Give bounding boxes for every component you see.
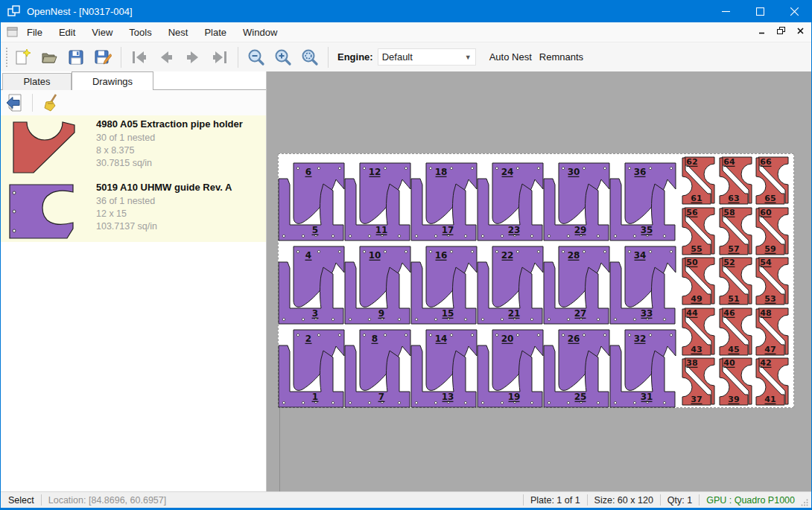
- maximize-button[interactable]: [743, 0, 777, 22]
- remnants-button[interactable]: Remnants: [536, 48, 586, 66]
- part-number: 17: [442, 225, 454, 235]
- purple-part-pair[interactable]: 1615: [410, 246, 479, 325]
- menu-view[interactable]: View: [83, 22, 121, 42]
- go-previous-button[interactable]: [155, 46, 177, 68]
- document-mdi-icon: [7, 27, 19, 37]
- menu-bar: File Edit View Tools Nest Plate Window: [1, 22, 811, 42]
- purple-part-pair[interactable]: 3635: [609, 162, 678, 241]
- title-bar[interactable]: OpenNest - [N0317-004]: [1, 0, 811, 22]
- auto-nest-button[interactable]: Auto Nest: [486, 48, 535, 66]
- save-icon: [67, 48, 85, 66]
- clear-drawings-button[interactable]: [39, 92, 62, 114]
- part-number: 45: [728, 345, 739, 354]
- red-part-pair[interactable]: 5655: [681, 207, 716, 255]
- red-part-pair[interactable]: 4443: [681, 307, 716, 356]
- nest-canvas[interactable]: 6512111817242330293635431091615222128273…: [267, 71, 811, 491]
- part-number: 11: [375, 225, 388, 235]
- save-button[interactable]: [65, 46, 87, 68]
- part-number: 21: [508, 308, 521, 319]
- red-part-pair[interactable]: 6463: [718, 156, 753, 205]
- toolbar-separator: [121, 47, 121, 68]
- red-part-pair[interactable]: 6261: [681, 156, 716, 205]
- resize-grip[interactable]: [801, 499, 808, 506]
- red-part-pair[interactable]: 5251: [718, 257, 753, 305]
- purple-part-pair[interactable]: 2019: [477, 329, 545, 408]
- import-drawing-button[interactable]: [3, 92, 25, 114]
- zoom-out-button[interactable]: [245, 46, 267, 68]
- toolbar-grip[interactable]: [6, 48, 9, 67]
- purple-part-pair[interactable]: 65: [278, 162, 346, 241]
- purple-part-pair[interactable]: 21: [278, 329, 346, 408]
- tab-plates[interactable]: Plates: [2, 73, 72, 90]
- go-next-button[interactable]: [182, 46, 204, 68]
- part-number: 27: [574, 308, 587, 319]
- drawing-area: 103.7137 sq/in: [96, 220, 232, 233]
- drawing-size: 12 x 15: [96, 208, 232, 220]
- zoom-in-button[interactable]: [272, 46, 294, 68]
- menu-plate[interactable]: Plate: [196, 22, 235, 42]
- part-number: 32: [634, 334, 647, 344]
- red-part-pair[interactable]: 3837: [681, 357, 716, 406]
- part-number: 65: [764, 194, 775, 203]
- save-as-button[interactable]: [92, 46, 114, 68]
- minimize-button[interactable]: [708, 0, 743, 22]
- part-number: 30: [568, 167, 580, 177]
- part-number: 4: [305, 250, 311, 261]
- purple-part-pair[interactable]: 2423: [477, 162, 545, 241]
- list-item-drawing-1[interactable]: 4980 A05 Extraction pipe holder 30 of 1 …: [1, 115, 266, 179]
- part-number: 33: [641, 308, 653, 319]
- close-icon: [790, 7, 799, 16]
- drawing-title: 5019 A10 UHMW guide Rev. A: [96, 182, 232, 193]
- purple-part-pair[interactable]: 3433: [609, 246, 678, 325]
- menu-tools[interactable]: Tools: [121, 22, 159, 42]
- new-document-button[interactable]: [11, 46, 34, 68]
- purple-part-pair[interactable]: 109: [344, 246, 413, 325]
- drawing-thumbnail-purple: [8, 183, 75, 240]
- menu-edit[interactable]: Edit: [51, 22, 83, 42]
- purple-part-pair[interactable]: 87: [344, 329, 413, 408]
- mdi-minimize-button[interactable]: [755, 24, 768, 37]
- part-number: 24: [501, 167, 514, 177]
- part-number: 29: [574, 225, 587, 235]
- part-number: 14: [435, 334, 448, 344]
- purple-part-pair[interactable]: 2625: [543, 329, 612, 408]
- red-part-pair[interactable]: 5453: [755, 257, 790, 305]
- purple-part-pair[interactable]: 3231: [609, 329, 678, 408]
- purple-part-pair[interactable]: 2221: [477, 246, 545, 325]
- mdi-close-button[interactable]: [793, 24, 807, 37]
- purple-part-pair[interactable]: 1817: [410, 162, 479, 241]
- drawings-list: 4980 A05 Extraction pipe holder 30 of 1 …: [1, 115, 266, 242]
- purple-part-pair[interactable]: 1211: [344, 162, 413, 241]
- red-part-pair[interactable]: 4645: [718, 307, 753, 356]
- purple-part-pair[interactable]: 1413: [410, 329, 479, 408]
- zoom-out-icon: [247, 48, 265, 66]
- go-first-button[interactable]: [128, 46, 150, 68]
- menu-window[interactable]: Window: [235, 22, 285, 42]
- purple-part-pair[interactable]: 43: [278, 246, 346, 325]
- red-part-pair[interactable]: 4039: [718, 357, 753, 406]
- menu-file[interactable]: File: [19, 22, 51, 42]
- mdi-restore-button[interactable]: [774, 24, 787, 37]
- part-number: 10: [369, 250, 381, 261]
- engine-combobox[interactable]: Default ▼: [378, 48, 476, 66]
- menu-nest[interactable]: Nest: [160, 22, 197, 42]
- part-number: 54: [760, 258, 772, 267]
- go-last-button[interactable]: [209, 46, 231, 68]
- list-item-drawing-2[interactable]: 5019 A10 UHMW guide Rev. A 36 of 1 neste…: [1, 179, 266, 242]
- purple-part-pair[interactable]: 3029: [543, 162, 612, 241]
- red-part-pair[interactable]: 4847: [755, 307, 790, 356]
- open-folder-button[interactable]: [38, 46, 60, 68]
- tab-drawings[interactable]: Drawings: [72, 71, 153, 90]
- drawing-nested: 36 of 1 nested: [96, 195, 232, 208]
- zoom-fit-button[interactable]: [299, 46, 321, 68]
- part-number: 2: [305, 334, 311, 344]
- red-part-pair[interactable]: 6059: [755, 207, 790, 255]
- part-number: 61: [691, 194, 702, 203]
- red-part-pair[interactable]: 5049: [681, 257, 716, 305]
- close-button[interactable]: [777, 0, 811, 22]
- red-part-pair[interactable]: 5857: [718, 207, 753, 255]
- red-part-pair[interactable]: 4241: [755, 357, 790, 406]
- part-number: 39: [728, 395, 739, 404]
- red-part-pair[interactable]: 6665: [755, 156, 790, 205]
- purple-part-pair[interactable]: 2827: [543, 246, 612, 325]
